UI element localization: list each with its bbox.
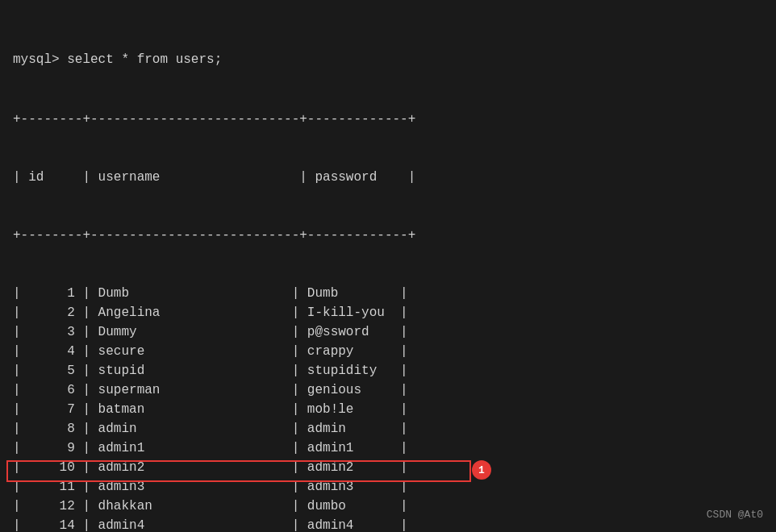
table-rows: | 1 | Dumb | Dumb || 2 | Angelina | I-ki…: [13, 284, 763, 532]
table-row: | 11 | admin3 | admin3 |: [13, 477, 763, 497]
table-row: | 10 | admin2 | admin2 |: [13, 458, 763, 477]
table-row: | 14 | admin4 | admin4 |: [13, 516, 763, 532]
table-row: | 9 | admin1 | admin1 |: [13, 438, 763, 458]
table-row: | 6 | superman | genious |: [13, 380, 763, 400]
badge: 1: [472, 460, 491, 480]
table-row: | 1 | Dumb | Dumb |: [13, 284, 763, 303]
table-row: | 4 | secure | crappy |: [13, 342, 763, 361]
terminal: mysql> select * from users; +--------+--…: [0, 0, 776, 532]
table-row: | 7 | batman | mob!le |: [13, 400, 763, 419]
table-row: | 2 | Angelina | I-kill-you |: [13, 303, 763, 322]
header-row: | id | username | password |: [13, 168, 763, 187]
table-row: | 8 | admin | admin |: [13, 419, 763, 438]
divider-mid: +--------+---------------------------+--…: [13, 226, 763, 245]
table-row: | 12 | dhakkan | dumbo |: [13, 497, 763, 516]
watermark: CSDN @At0: [707, 509, 763, 521]
table-row: | 3 | Dummy | p@ssword |: [13, 322, 763, 342]
divider-top: +--------+---------------------------+--…: [13, 110, 763, 129]
table-row: | 5 | stupid | stupidity |: [13, 361, 763, 380]
command-line: mysql> select * from users;: [13, 50, 763, 69]
